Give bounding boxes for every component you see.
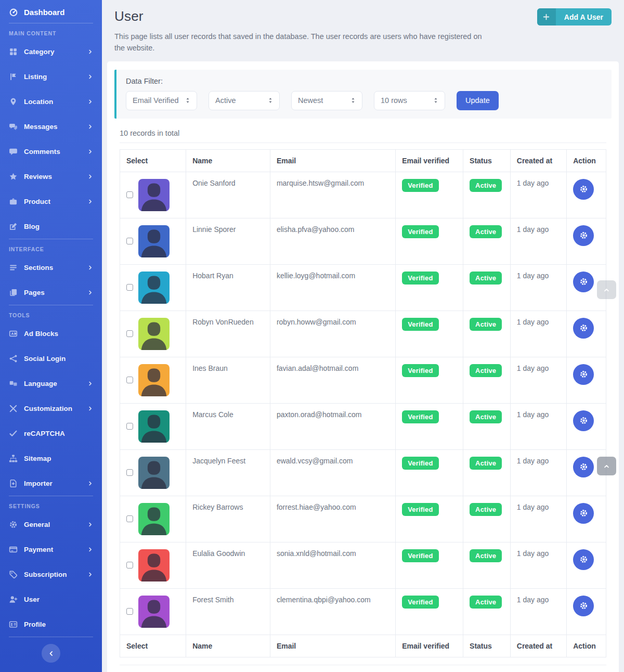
sidebar-item-customization[interactable]: Customization xyxy=(0,396,102,421)
sitemap-icon xyxy=(9,454,18,463)
row-checkbox[interactable] xyxy=(126,515,133,522)
sidebar-item-ad-blocks[interactable]: Ad Blocks xyxy=(0,321,102,346)
sidebar-item-profile[interactable]: Profile xyxy=(0,612,102,637)
row-checkbox[interactable] xyxy=(126,562,133,568)
sidebar-item-product[interactable]: Product xyxy=(0,189,102,214)
sidebar-item-dashboard[interactable]: Dashboard xyxy=(0,0,102,23)
row-checkbox[interactable] xyxy=(126,608,133,615)
row-action-button[interactable] xyxy=(573,364,594,385)
status-cell: Active xyxy=(463,264,511,311)
star-icon xyxy=(9,172,18,181)
row-action-button[interactable] xyxy=(573,503,594,524)
row-action-button[interactable] xyxy=(573,225,594,246)
verified-badge: Verified xyxy=(402,549,439,562)
select-cell xyxy=(120,496,186,542)
sidebar-item-messages[interactable]: Messages xyxy=(0,114,102,139)
status-cell: Active xyxy=(463,172,511,218)
row-checkbox[interactable] xyxy=(126,191,133,198)
rows-filter[interactable]: 10 rows xyxy=(374,91,445,110)
briefcase-icon xyxy=(9,197,18,206)
sidebar-item-user[interactable]: User xyxy=(0,587,102,612)
scroll-to-top-button[interactable] xyxy=(597,280,616,299)
sidebar-item-reviews[interactable]: Reviews xyxy=(0,164,102,189)
row-action-button[interactable] xyxy=(573,457,594,477)
row-action-button[interactable] xyxy=(573,272,594,292)
column-header-created-at: Created at xyxy=(510,149,566,172)
sidebar-item-comments[interactable]: Comments xyxy=(0,139,102,164)
email-verified-filter[interactable]: Email Verified xyxy=(126,91,197,110)
status-cell: Active xyxy=(463,449,511,496)
created-at: 1 day ago xyxy=(510,449,566,496)
created-at: 1 day ago xyxy=(510,588,566,635)
sidebar-item-listing[interactable]: Listing xyxy=(0,64,102,89)
chevron-right-icon xyxy=(87,572,93,577)
user-email: elisha.pfva@yahoo.com xyxy=(270,218,395,264)
users-table: SelectNameEmailEmail verifiedStatusCreat… xyxy=(120,149,606,657)
row-action-button[interactable] xyxy=(573,596,594,616)
table-row: Linnie Sporerelisha.pfva@yahoo.comVerifi… xyxy=(120,218,606,264)
sidebar-item-label: General xyxy=(24,521,50,528)
sidebar-item-social-login[interactable]: Social Login xyxy=(0,346,102,371)
tag-icon xyxy=(9,570,18,579)
sidebar-item-recaptcha[interactable]: reCAPTCHA xyxy=(0,421,102,446)
select-cell xyxy=(120,311,186,357)
sidebar-item-category[interactable]: Category xyxy=(0,39,102,64)
scroll-to-top-button[interactable] xyxy=(597,457,616,475)
gear-icon xyxy=(579,509,588,518)
row-checkbox[interactable] xyxy=(126,284,133,291)
status-badge: Active xyxy=(470,596,502,609)
status-badge: Active xyxy=(470,318,502,331)
updown-icon xyxy=(267,97,274,104)
sidebar-item-label: Customization xyxy=(24,405,72,412)
data-filter-label: Data Filter: xyxy=(126,77,602,85)
row-checkbox[interactable] xyxy=(126,423,133,430)
user-name: Onie Sanford xyxy=(186,172,270,218)
id-card-icon xyxy=(9,620,18,629)
sidebar-item-pages[interactable]: Pages xyxy=(0,280,102,305)
row-action-button[interactable] xyxy=(573,179,594,200)
add-user-button[interactable]: Add A User xyxy=(537,8,612,25)
row-checkbox[interactable] xyxy=(126,238,133,244)
user-email: favian.adal@hotmail.com xyxy=(270,357,395,403)
grid-icon xyxy=(9,47,18,56)
sidebar-item-importer[interactable]: Importer xyxy=(0,471,102,496)
sidebar-item-label: User xyxy=(24,596,40,603)
created-at: 1 day ago xyxy=(510,172,566,218)
sidebar-collapse-button[interactable] xyxy=(42,644,60,663)
status-filter[interactable]: Active xyxy=(209,91,280,110)
row-action-button[interactable] xyxy=(573,549,594,570)
table-row: Ines Braunfavian.adal@hotmail.comVerifie… xyxy=(120,357,606,403)
user-email: kellie.loyg@hotmail.com xyxy=(270,264,395,311)
tachometer-icon xyxy=(9,7,18,17)
sidebar-item-sitemap[interactable]: Sitemap xyxy=(0,446,102,471)
sidebar-item-language[interactable]: Language xyxy=(0,371,102,396)
row-checkbox[interactable] xyxy=(126,330,133,337)
action-cell xyxy=(567,218,606,264)
row-checkbox[interactable] xyxy=(126,469,133,476)
column-header-email: Email xyxy=(270,635,395,657)
sidebar-item-blog[interactable]: Blog xyxy=(0,214,102,239)
status-badge: Active xyxy=(470,179,502,192)
sort-filter[interactable]: Newest xyxy=(291,91,362,110)
update-button[interactable]: Update xyxy=(457,91,499,110)
status-badge: Active xyxy=(470,503,502,516)
email-verified-cell: Verified xyxy=(396,496,463,542)
sidebar-item-sections[interactable]: Sections xyxy=(0,255,102,280)
user-name: Linnie Sporer xyxy=(186,218,270,264)
row-checkbox[interactable] xyxy=(126,377,133,383)
chevron-right-icon xyxy=(87,49,93,55)
select-value: Active xyxy=(215,96,236,105)
action-cell xyxy=(567,403,606,449)
email-verified-cell: Verified xyxy=(396,357,463,403)
gear-icon xyxy=(579,324,588,332)
check-icon xyxy=(9,429,18,438)
row-action-button[interactable] xyxy=(573,410,594,431)
email-verified-cell: Verified xyxy=(396,542,463,588)
row-action-button[interactable] xyxy=(573,318,594,339)
sidebar-item-general[interactable]: General xyxy=(0,512,102,537)
sidebar-item-subscription[interactable]: Subscription xyxy=(0,562,102,587)
sidebar-item-location[interactable]: Location xyxy=(0,89,102,114)
sidebar-item-payment[interactable]: Payment xyxy=(0,537,102,562)
gear-icon xyxy=(9,520,18,529)
user-avatar xyxy=(138,549,170,581)
